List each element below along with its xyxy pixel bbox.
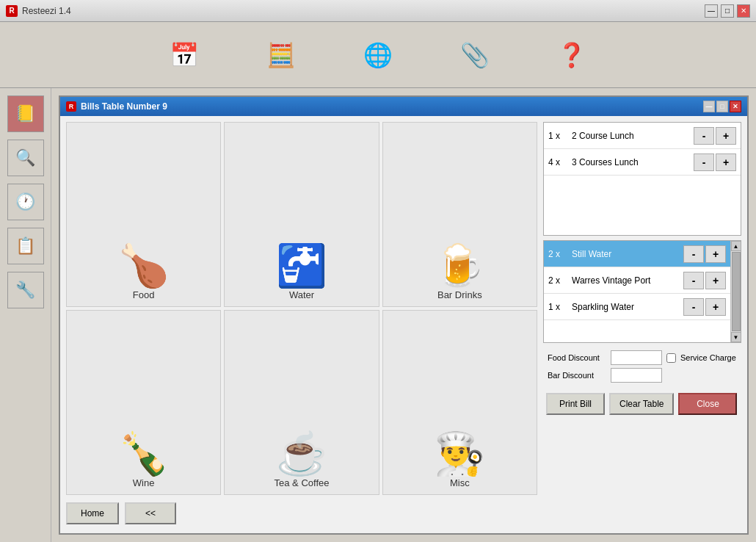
order-name-port: Warres Vintage Port: [572, 275, 682, 286]
sidebar-item-clock[interactable]: 🕐: [7, 184, 44, 220]
inner-minimize-button[interactable]: —: [703, 101, 715, 112]
home-button[interactable]: Home: [66, 502, 119, 524]
app-icon: R: [6, 5, 18, 17]
wine-icon: 🍾: [118, 433, 170, 474]
decrease-button-2[interactable]: -: [694, 153, 714, 171]
help-toolbar-button[interactable]: ❓: [553, 36, 591, 74]
order-row-port[interactable]: 2 x Warres Vintage Port - +: [544, 267, 730, 294]
category-tea-coffee[interactable]: ☕ Tea & Coffee: [224, 310, 379, 495]
water-icon: 🚰: [276, 245, 327, 286]
order-bottom-inner: 2 x Still Water - + 2 x Warres Vintage P…: [544, 241, 730, 342]
order-name-still: Still Water: [572, 249, 682, 259]
inner-window-controls: — □ ✕: [703, 101, 741, 112]
action-buttons: Print Bill Clear Table Close: [543, 390, 741, 418]
order-qty-1: 1 x: [548, 131, 572, 141]
category-misc-label: Misc: [450, 477, 470, 488]
category-food-label: Food: [133, 289, 155, 300]
order-qty-still: 2 x: [548, 249, 572, 259]
calendar-toolbar-button[interactable]: 📅: [165, 36, 203, 74]
clear-table-button[interactable]: Clear Table: [609, 393, 674, 415]
help-icon: ❓: [553, 36, 591, 74]
category-water[interactable]: 🚰 Water: [224, 122, 379, 307]
bar-discount-label: Bar Discount: [548, 371, 606, 380]
inner-title-bar: R Bills Table Number 9 — □ ✕: [60, 97, 747, 116]
sidebar-item-search[interactable]: 🔍: [7, 140, 44, 176]
order-qty-sparkling: 1 x: [548, 302, 572, 312]
sidebar-item-address-book[interactable]: 📒: [7, 95, 44, 132]
close-action-button[interactable]: Close: [678, 393, 737, 415]
increase-button-2[interactable]: +: [716, 153, 736, 171]
decrease-port-button[interactable]: -: [683, 272, 704, 289]
scroll-down-arrow[interactable]: ▼: [731, 332, 741, 342]
inner-app-icon: R: [66, 101, 76, 112]
inner-window: R Bills Table Number 9 — □ ✕ 🍗 Food 🚰: [59, 95, 749, 535]
category-bar-label: Bar Drinks: [437, 289, 482, 300]
discount-area: Food Discount Service Charge Bar Discoun…: [543, 347, 741, 386]
maximize-button[interactable]: □: [721, 4, 734, 18]
sidebar-item-tools[interactable]: 🔧: [7, 272, 44, 308]
food-icon: 🍗: [118, 245, 170, 286]
sidebar-item-clipboard[interactable]: 📋: [7, 228, 44, 264]
category-tea-label: Tea & Coffee: [275, 477, 330, 488]
scrollbar-v[interactable]: ▲ ▼: [730, 241, 741, 342]
order-name-2: 3 Courses Lunch: [572, 157, 692, 167]
inner-maximize-button[interactable]: □: [716, 101, 728, 112]
print-bill-button[interactable]: Print Bill: [546, 393, 605, 415]
order-top-inner: 1 x 2 Course Lunch - + 4 x 3 Courses Lun…: [544, 123, 741, 176]
right-panel: 1 x 2 Course Lunch - + 4 x 3 Courses Lun…: [543, 122, 741, 527]
back-button[interactable]: <<: [125, 502, 176, 524]
increase-port-button[interactable]: +: [705, 272, 726, 289]
globe-icon: 🌐: [359, 36, 397, 74]
order-name-1: 2 Course Lunch: [572, 131, 692, 141]
service-charge-checkbox[interactable]: [666, 353, 676, 363]
minimize-button[interactable]: —: [705, 4, 718, 18]
food-discount-row: Food Discount Service Charge: [548, 350, 737, 365]
food-discount-label: Food Discount: [548, 353, 606, 362]
inner-close-button[interactable]: ✕: [730, 101, 741, 112]
tea-coffee-icon: ☕: [276, 433, 327, 474]
bar-discount-input[interactable]: [611, 368, 662, 383]
inner-window-title: Bills Table Number 9: [81, 101, 703, 112]
globe-toolbar-button[interactable]: 🌐: [359, 36, 397, 74]
scroll-up-arrow[interactable]: ▲: [731, 241, 741, 251]
order-row[interactable]: 4 x 3 Courses Lunch - +: [544, 149, 741, 176]
sidebar: 📒 🔍 🕐 📋 🔧: [0, 88, 51, 542]
decrease-still-button[interactable]: -: [683, 245, 704, 263]
category-wine[interactable]: 🍾 Wine: [66, 310, 221, 495]
category-water-label: Water: [289, 289, 314, 300]
bar-discount-row: Bar Discount: [548, 368, 737, 383]
increase-button-1[interactable]: +: [716, 127, 736, 145]
close-button[interactable]: ✕: [737, 4, 750, 18]
calculator-toolbar-button[interactable]: 🧮: [262, 36, 300, 74]
main-area: 📒 🔍 🕐 📋 🔧 R Bills Table Number 9 — □ ✕ 🍗: [0, 88, 756, 542]
app-title: Resteezi 1.4: [22, 6, 705, 16]
category-wine-label: Wine: [133, 477, 155, 488]
inner-content: 🍗 Food 🚰 Water 🍺 Bar Drinks 🍾 Wine: [60, 116, 747, 533]
decrease-sparkling-button[interactable]: -: [683, 298, 704, 316]
increase-sparkling-button[interactable]: +: [705, 298, 726, 316]
link-icon: 📎: [456, 36, 494, 74]
order-top-scroll-container: 1 x 2 Course Lunch - + 4 x 3 Courses Lun…: [544, 123, 741, 176]
link-toolbar-button[interactable]: 📎: [456, 36, 494, 74]
bar-drinks-icon: 🍺: [434, 245, 485, 286]
category-bar-drinks[interactable]: 🍺 Bar Drinks: [382, 122, 537, 307]
order-row-selected[interactable]: 2 x Still Water - +: [544, 241, 730, 267]
increase-still-button[interactable]: +: [705, 245, 726, 263]
category-food[interactable]: 🍗 Food: [66, 122, 221, 307]
order-row-sparkling[interactable]: 1 x Sparkling Water - +: [544, 294, 730, 320]
order-qty-2: 4 x: [548, 157, 572, 167]
order-list-bottom: 2 x Still Water - + 2 x Warres Vintage P…: [543, 240, 741, 343]
order-bottom-scroll-wrapper: 2 x Still Water - + 2 x Warres Vintage P…: [544, 241, 741, 342]
scroll-thumb[interactable]: [732, 252, 741, 331]
category-misc[interactable]: 👨‍🍳 Misc: [382, 310, 537, 495]
window-controls: — □ ✕: [705, 4, 750, 18]
food-discount-input[interactable]: [611, 350, 662, 365]
service-charge-label: Service Charge: [680, 353, 736, 362]
calculator-icon: 🧮: [262, 36, 300, 74]
main-toolbar: 📅 🧮 🌐 📎 ❓: [0, 22, 756, 88]
order-qty-port: 2 x: [548, 275, 572, 286]
order-row[interactable]: 1 x 2 Course Lunch - +: [544, 123, 741, 149]
misc-icon: 👨‍🍳: [434, 433, 485, 474]
category-grid: 🍗 Food 🚰 Water 🍺 Bar Drinks 🍾 Wine: [66, 122, 537, 495]
decrease-button-1[interactable]: -: [694, 127, 714, 145]
